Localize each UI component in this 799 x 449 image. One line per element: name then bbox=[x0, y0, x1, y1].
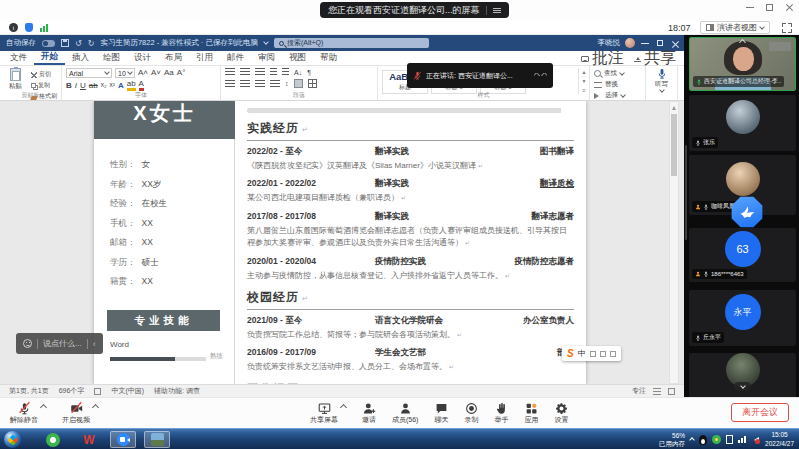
toast-arrows[interactable] bbox=[534, 73, 547, 78]
toolbar-button[interactable]: 聊天 bbox=[434, 401, 448, 425]
ribbon-tab[interactable]: 插入 bbox=[65, 51, 96, 65]
leave-meeting-button[interactable]: 离开会议 bbox=[731, 403, 789, 422]
sidebar-scrollbar[interactable] bbox=[685, 145, 687, 240]
shrink-font-icon[interactable]: A˅ bbox=[151, 69, 161, 77]
taskbar-clock[interactable]: 15:05 2022/4/27 bbox=[765, 431, 796, 447]
fullscreen-icon[interactable] bbox=[782, 23, 792, 33]
dictate-mic-icon[interactable] bbox=[656, 68, 668, 79]
toolbar-button[interactable]: 举手 bbox=[494, 401, 508, 425]
multilevel-list-icon[interactable] bbox=[255, 68, 265, 76]
banner-menu-icon[interactable] bbox=[493, 8, 501, 13]
align-center-icon[interactable] bbox=[240, 80, 250, 88]
bold-button[interactable]: B bbox=[66, 82, 72, 90]
undo-icon[interactable]: ↺ bbox=[75, 39, 82, 48]
word-maximize-icon[interactable] bbox=[657, 40, 663, 46]
chat-overlay[interactable]: 说点什么... ‹ bbox=[16, 333, 103, 354]
chevron-up-icon[interactable] bbox=[92, 404, 99, 411]
sort-icon[interactable]: A↓ bbox=[294, 69, 302, 76]
scroll-up-icon[interactable] bbox=[672, 104, 676, 110]
language-indicator[interactable]: 中文(中国) bbox=[111, 386, 144, 396]
justify-icon[interactable] bbox=[270, 80, 280, 88]
chevron-up-icon[interactable] bbox=[340, 404, 347, 411]
ribbon-tab[interactable]: 审阅 bbox=[251, 51, 282, 65]
ime-tool-icon[interactable] bbox=[590, 351, 596, 357]
font-color-icon[interactable]: A bbox=[139, 80, 144, 91]
chevron-up-icon[interactable] bbox=[40, 404, 47, 411]
ime-language[interactable]: 中 bbox=[578, 348, 586, 359]
participant-tile[interactable]: 63 186****6463 bbox=[689, 228, 796, 282]
collapse-pill[interactable] bbox=[734, 382, 751, 391]
ime-logo[interactable]: S bbox=[567, 349, 574, 359]
save-icon[interactable] bbox=[61, 39, 69, 47]
participant-tile[interactable]: 张乐 bbox=[689, 95, 796, 151]
highlight-color-icon[interactable]: ab bbox=[127, 80, 136, 91]
paste-button[interactable]: 粘贴 bbox=[4, 68, 27, 92]
ribbon-tab[interactable]: 引用 bbox=[189, 51, 220, 65]
participant-tile[interactable]: 永平 丘永平 bbox=[689, 290, 796, 346]
taskbar-browser-icon[interactable] bbox=[40, 431, 66, 448]
word-minimize-icon[interactable] bbox=[641, 43, 649, 44]
ribbon-tab[interactable]: 帮助 bbox=[313, 51, 344, 65]
focus-mode[interactable]: 专注 bbox=[632, 386, 646, 396]
editing-item[interactable]: 替换 bbox=[594, 80, 641, 89]
minimize-icon[interactable] bbox=[746, 7, 754, 8]
notes-icon[interactable] bbox=[726, 435, 733, 444]
close-icon[interactable] bbox=[785, 3, 793, 11]
ribbon-tab[interactable]: 邮件 bbox=[220, 51, 251, 65]
maximize-icon[interactable] bbox=[766, 4, 773, 11]
ime-toolbar[interactable]: S 中 bbox=[562, 346, 621, 361]
numbering-icon[interactable] bbox=[240, 68, 250, 76]
tray-network-icon[interactable] bbox=[738, 436, 746, 443]
ime-settings-icon[interactable] bbox=[610, 351, 616, 357]
italic-button[interactable]: I bbox=[75, 82, 77, 90]
muted-speaker-icon[interactable] bbox=[751, 435, 760, 444]
collapse-icon[interactable]: ‹ bbox=[93, 339, 96, 349]
text-effects-icon[interactable]: A bbox=[118, 82, 124, 90]
clipboard-mini-item[interactable]: 复制 bbox=[31, 81, 57, 90]
search-input[interactable]: 搜索(Alt+Q) bbox=[274, 38, 429, 48]
align-right-icon[interactable] bbox=[255, 80, 265, 88]
meeting-info-icon[interactable]: i bbox=[9, 23, 18, 32]
toolbar-button[interactable]: 邀请 bbox=[362, 401, 376, 425]
toolbar-button[interactable]: 应用 bbox=[524, 401, 538, 425]
ime-keyboard-icon[interactable] bbox=[600, 351, 606, 357]
accessibility-status[interactable]: 辅助功能: 调查 bbox=[154, 386, 200, 396]
toolbar-button[interactable]: 共享屏幕 bbox=[310, 401, 346, 425]
bullets-icon[interactable] bbox=[225, 68, 235, 76]
start-button[interactable] bbox=[4, 431, 21, 448]
resume-page[interactable]: X女士 性别：女年龄：XX岁经验：在校生手机：XX邮箱：XX学历：硕士籍贯：XX… bbox=[94, 101, 586, 384]
align-left-icon[interactable] bbox=[225, 80, 235, 88]
subscript-button[interactable]: x₂ bbox=[101, 82, 107, 89]
clear-format-icon[interactable]: A° bbox=[177, 69, 186, 77]
borders-icon[interactable] bbox=[308, 79, 317, 88]
superscript-button[interactable]: x² bbox=[109, 82, 114, 89]
ribbon-tab[interactable]: 设计 bbox=[127, 51, 158, 65]
chat-placeholder[interactable]: 说点什么... bbox=[43, 338, 82, 349]
word-close-icon[interactable] bbox=[671, 40, 678, 47]
word-count[interactable]: 696个字 bbox=[59, 386, 85, 396]
read-mode-icon[interactable] bbox=[653, 388, 661, 395]
title-dropdown-icon[interactable] bbox=[263, 39, 269, 45]
participant-tile[interactable] bbox=[689, 353, 796, 397]
pilcrow-icon[interactable]: ¶ bbox=[307, 69, 311, 76]
toolbar-button[interactable]: 开启视频 bbox=[62, 401, 98, 425]
toolbar-button[interactable]: 录制 bbox=[464, 401, 478, 425]
autosave-toggle[interactable] bbox=[42, 40, 55, 47]
line-spacing-icon[interactable]: ↕ bbox=[285, 80, 289, 87]
editing-item[interactable]: 查找 bbox=[594, 69, 641, 78]
toolbar-button[interactable]: 成员(56) bbox=[392, 401, 418, 425]
change-case-icon[interactable]: Aa bbox=[164, 69, 174, 77]
ribbon-tab[interactable]: 绘图 bbox=[96, 51, 127, 65]
ribbon-tab[interactable]: 布局 bbox=[158, 51, 189, 65]
security-shield-icon[interactable] bbox=[25, 23, 33, 32]
shading-icon[interactable] bbox=[294, 79, 303, 88]
taskbar-photo-app[interactable] bbox=[144, 431, 170, 448]
strikethrough-button[interactable]: ab bbox=[89, 82, 98, 90]
page-indicator[interactable]: 第1页, 共1页 bbox=[9, 386, 49, 396]
font-size-select[interactable]: 10 bbox=[115, 68, 135, 78]
account-area[interactable]: 李晓悦 bbox=[598, 38, 636, 48]
tray-expand-icon[interactable] bbox=[689, 437, 695, 443]
ribbon-tab[interactable]: 文件 bbox=[3, 51, 34, 65]
scrollbar-thumb[interactable] bbox=[671, 114, 677, 176]
memory-indicator[interactable]: 56% 已用内存 bbox=[659, 432, 685, 448]
